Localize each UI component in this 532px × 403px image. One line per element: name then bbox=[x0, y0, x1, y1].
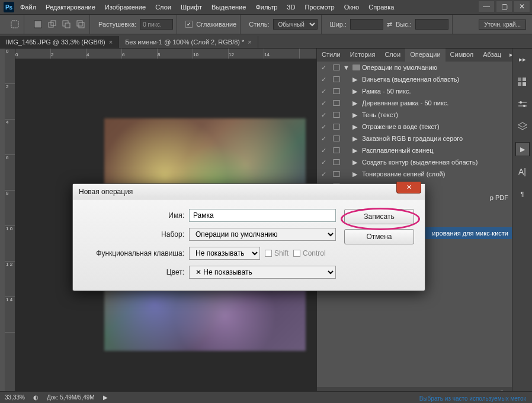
disclosure-down-icon[interactable]: ▼ bbox=[343, 64, 352, 71]
toggle-check-icon[interactable]: ✓ bbox=[317, 135, 330, 143]
panel-tab-history[interactable]: История bbox=[345, 49, 380, 62]
footer-link[interactable]: Выбрать из часто используемых меток bbox=[419, 395, 526, 402]
dialog-close-button[interactable]: ✕ bbox=[396, 182, 421, 194]
ruler-vertical: 024681 01 21 4 bbox=[5, 49, 15, 402]
feather-input[interactable] bbox=[140, 19, 173, 30]
menu-layers[interactable]: Слои bbox=[155, 4, 171, 11]
dock-collapse-icon[interactable]: ▸▸ bbox=[515, 52, 530, 66]
disclosure-right-icon[interactable]: ▶ bbox=[352, 147, 362, 154]
zoom-level[interactable]: 33,33% bbox=[5, 394, 25, 401]
subtract-selection-icon[interactable] bbox=[61, 19, 72, 30]
action-row[interactable]: ✓▶Деревянная рамка - 50 пикс. bbox=[317, 97, 512, 109]
toggle-check-icon[interactable]: ✓ bbox=[317, 123, 330, 131]
minimize-button[interactable]: — bbox=[479, 1, 494, 12]
close-icon[interactable]: × bbox=[248, 38, 251, 46]
menu-help[interactable]: Справка bbox=[368, 4, 394, 11]
disclosure-right-icon[interactable]: ▶ bbox=[352, 170, 362, 178]
new-selection-icon[interactable] bbox=[33, 19, 43, 30]
toggle-check-icon[interactable]: ✓ bbox=[317, 76, 330, 83]
menu-3d[interactable]: 3D bbox=[287, 4, 295, 11]
action-set-select[interactable]: Операции по умолчанию bbox=[189, 228, 336, 241]
fkey-label: Функциональная клавиша: bbox=[84, 249, 184, 257]
menu-type[interactable]: Шрифт bbox=[181, 4, 202, 11]
menu-window[interactable]: Окно bbox=[344, 4, 360, 11]
layers-stack-icon[interactable] bbox=[515, 120, 530, 134]
adjustments-icon[interactable] bbox=[515, 97, 530, 111]
dialog-toggle-icon[interactable] bbox=[330, 112, 343, 118]
status-arrow-icon[interactable]: ▶ bbox=[103, 394, 108, 401]
width-input[interactable] bbox=[350, 19, 383, 30]
action-row[interactable]: ✓▶Заказной RGB в градации серого bbox=[317, 133, 512, 144]
action-row[interactable]: ✓▶Создать контур (выделенная область) bbox=[317, 156, 512, 168]
action-row[interactable]: ✓▶Виньетка (выделенная область) bbox=[317, 73, 512, 85]
action-row[interactable]: ✓▶Тень (текст) bbox=[317, 109, 512, 121]
toggle-check-icon[interactable]: ✓ bbox=[317, 159, 330, 166]
record-button[interactable]: Записать bbox=[344, 209, 414, 224]
dialog-toggle-icon[interactable] bbox=[330, 100, 343, 106]
toggle-check-icon[interactable]: ✓ bbox=[317, 111, 330, 119]
dialog-toggle-icon[interactable] bbox=[330, 65, 343, 70]
close-icon[interactable]: × bbox=[109, 38, 113, 46]
cancel-button[interactable]: Отмена bbox=[344, 229, 414, 244]
dialog-toggle-icon[interactable] bbox=[330, 136, 343, 141]
dialog-toggle-icon[interactable] bbox=[330, 76, 343, 82]
panel-tab-char[interactable]: Символ bbox=[446, 49, 479, 62]
toggle-check-icon[interactable]: ✓ bbox=[317, 99, 330, 107]
intersect-selection-icon[interactable] bbox=[75, 19, 86, 30]
fkey-select[interactable]: Не показывать bbox=[189, 247, 260, 260]
character-icon[interactable]: A| bbox=[515, 165, 530, 179]
disclosure-right-icon[interactable]: ▶ bbox=[352, 76, 362, 83]
dialog-toggle-icon[interactable] bbox=[330, 124, 343, 130]
action-root[interactable]: ✓ ▼ Операции по умолчанию bbox=[317, 62, 512, 73]
tool-preset-icon[interactable] bbox=[9, 19, 20, 30]
toggle-check-icon[interactable]: ✓ bbox=[317, 88, 330, 95]
menu-edit[interactable]: Редактирование bbox=[46, 4, 95, 11]
swatches-icon[interactable] bbox=[515, 75, 530, 89]
shift-checkbox[interactable]: Shift bbox=[265, 249, 289, 257]
disclosure-right-icon[interactable]: ▶ bbox=[352, 159, 362, 166]
antialias-checkbox[interactable]: ✓ bbox=[185, 21, 193, 28]
dialog-toggle-icon[interactable] bbox=[330, 88, 343, 94]
color-select[interactable]: ✕ Не показывать bbox=[189, 266, 336, 279]
dialog-toggle-icon[interactable] bbox=[330, 159, 343, 165]
refine-edge-button[interactable]: Уточн. край... bbox=[479, 20, 526, 30]
disclosure-right-icon[interactable]: ▶ bbox=[352, 88, 362, 95]
menu-view[interactable]: Просмотр bbox=[305, 4, 334, 11]
play-panel-icon[interactable]: ▶ bbox=[515, 142, 530, 156]
disclosure-right-icon[interactable]: ▶ bbox=[352, 135, 362, 143]
menu-select[interactable]: Выделение bbox=[211, 4, 246, 11]
close-window-button[interactable]: ✕ bbox=[514, 1, 530, 12]
toggle-check-icon[interactable]: ✓ bbox=[317, 147, 330, 154]
action-row[interactable]: ✓▶Рамка - 50 пикс. bbox=[317, 85, 512, 97]
status-icon[interactable]: ◐ bbox=[33, 394, 39, 401]
swap-icon[interactable]: ⇄ bbox=[387, 21, 392, 28]
toggle-check-icon[interactable]: ✓ bbox=[317, 64, 330, 72]
toggle-check-icon[interactable]: ✓ bbox=[317, 170, 330, 178]
disclosure-right-icon[interactable]: ▶ bbox=[352, 123, 362, 131]
panel-tab-actions[interactable]: Операции bbox=[405, 49, 445, 62]
antialias-label: Сглаживание bbox=[196, 21, 236, 28]
menu-file[interactable]: Файл bbox=[20, 4, 36, 11]
add-selection-icon[interactable] bbox=[47, 19, 57, 30]
height-input[interactable] bbox=[415, 19, 448, 30]
panel-tab-styles[interactable]: Стили bbox=[317, 49, 345, 62]
dialog-toggle-icon[interactable] bbox=[330, 147, 343, 153]
style-select[interactable]: Обычный bbox=[273, 19, 318, 30]
panel-tab-layers[interactable]: Слои bbox=[380, 49, 405, 62]
menu-filter[interactable]: Фильтр bbox=[255, 4, 277, 11]
menu-image[interactable]: Изображение bbox=[105, 4, 146, 11]
action-name-input[interactable] bbox=[189, 209, 336, 222]
dialog-titlebar[interactable]: Новая операция ✕ bbox=[73, 184, 425, 199]
action-row[interactable]: ✓▶Отражение в воде (текст) bbox=[317, 121, 512, 133]
action-row[interactable]: ✓▶Тонирование сепией (слой) bbox=[317, 168, 512, 180]
action-row[interactable]: ✓▶Расплавленный свинец bbox=[317, 144, 512, 156]
maximize-button[interactable]: ▢ bbox=[496, 1, 512, 12]
panel-tab-para[interactable]: Абзац bbox=[478, 49, 506, 62]
doc-tab-2[interactable]: Без имени-1 @ 100% (Слой 2, RGB/8) *× bbox=[119, 36, 258, 48]
dialog-toggle-icon[interactable] bbox=[330, 171, 343, 177]
disclosure-right-icon[interactable]: ▶ bbox=[352, 111, 362, 119]
control-checkbox[interactable]: Control bbox=[293, 249, 326, 257]
doc-tab-1[interactable]: IMG_1465.JPG @ 33,3% (RGB/8)× bbox=[0, 36, 119, 48]
disclosure-right-icon[interactable]: ▶ bbox=[352, 99, 362, 107]
paragraph-icon[interactable]: ¶ bbox=[515, 187, 530, 201]
